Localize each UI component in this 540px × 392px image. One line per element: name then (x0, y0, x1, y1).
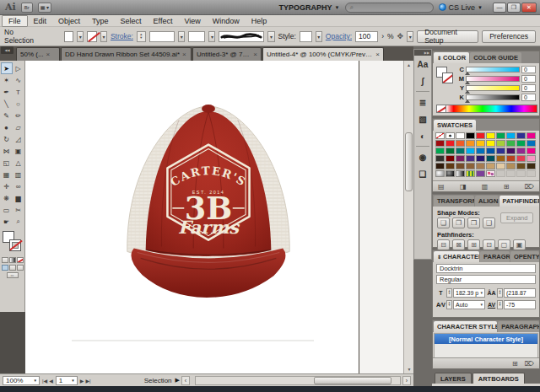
menu-type[interactable]: Type (86, 16, 115, 26)
mesh-tool[interactable]: ▦ (1, 169, 13, 180)
stroke-weight-field[interactable] (149, 31, 176, 42)
screen-mode-button[interactable]: ▭ (7, 272, 19, 278)
gradient-panel-icon[interactable]: ▧ (414, 110, 431, 127)
slider-marker[interactable] (465, 72, 470, 75)
swatch[interactable]: + (446, 132, 455, 139)
swatch[interactable] (496, 140, 505, 147)
chevron-down-icon[interactable]: ▾ (178, 31, 185, 42)
stroke-weight-stepper[interactable]: ▲▼ (137, 31, 146, 42)
ellipse-tool[interactable]: ○ (13, 98, 24, 110)
kerning-stepper[interactable]: ▲▼ (446, 300, 452, 309)
horizontal-scroll-thumb[interactable] (314, 377, 392, 384)
restore-button[interactable]: ❐ (507, 3, 521, 13)
tab-paragr[interactable]: PARAGR (480, 251, 510, 262)
swatch[interactable] (466, 132, 475, 139)
artboard-nav-icon[interactable]: ▶ (79, 378, 85, 384)
font-size-field[interactable]: 182.39 p ▾ (453, 288, 485, 298)
none-mode-button[interactable] (17, 257, 24, 263)
pencil-tool[interactable]: ✏ (13, 110, 24, 121)
swatch[interactable] (446, 170, 455, 177)
swatch[interactable] (516, 140, 526, 147)
swatch[interactable] (476, 163, 485, 169)
swatch[interactable] (456, 163, 465, 169)
artboard-nav-icon[interactable]: ◀ (48, 378, 54, 384)
color-spectrum-bar[interactable] (446, 105, 537, 113)
unite-icon[interactable]: ❏ (437, 217, 450, 228)
c-value-field[interactable]: 0 (521, 66, 536, 73)
swatch[interactable] (526, 155, 536, 162)
swatch[interactable] (486, 148, 495, 154)
swatch[interactable] (526, 170, 536, 177)
swatch[interactable] (466, 170, 475, 177)
menu-file[interactable]: File (2, 15, 28, 27)
free-transform-tool[interactable]: ▣ (13, 145, 24, 157)
swatch[interactable] (496, 155, 505, 162)
swatch[interactable] (496, 148, 505, 154)
tab-close-icon[interactable]: × (46, 51, 51, 58)
direct-selection-tool[interactable]: ▷ (13, 62, 24, 74)
width-tool[interactable]: ⋈ (1, 145, 13, 157)
character-style-item[interactable]: [Normal Character Style] (435, 334, 537, 344)
menu-effect[interactable]: Effect (148, 16, 179, 26)
blob-brush-tool[interactable]: ● (1, 121, 13, 133)
swatch[interactable] (435, 170, 445, 177)
chevron-down-icon[interactable]: ▾ (480, 302, 483, 307)
chevron-down-icon[interactable]: ▾ (267, 31, 274, 42)
slider-marker[interactable] (465, 90, 470, 94)
bridge-button[interactable]: Br (21, 3, 33, 13)
swatch[interactable] (486, 163, 495, 169)
swatch[interactable] (435, 163, 445, 169)
gradient-mode-button[interactable] (9, 257, 16, 263)
swatch[interactable] (526, 140, 536, 147)
document-tab[interactable]: Untitled-4* @ 100% (CMYK/Preview)× (262, 47, 384, 61)
swatch[interactable] (526, 132, 536, 139)
swatch[interactable] (435, 132, 445, 139)
opacity-link[interactable]: Opacity: (326, 32, 352, 40)
tab-artboards[interactable]: ARTBOARDS (472, 373, 525, 384)
slider-marker[interactable] (465, 99, 470, 103)
swatch[interactable] (456, 140, 465, 147)
m-value-field[interactable]: 0 (521, 75, 536, 83)
stroke-swatch[interactable] (9, 239, 21, 251)
swatch[interactable] (466, 140, 475, 147)
swatch[interactable] (456, 148, 465, 154)
swatch[interactable] (435, 155, 445, 162)
stroke-color-swatch[interactable] (87, 31, 97, 42)
font-family-field[interactable]: Docktrin (436, 264, 536, 273)
font-size-stepper[interactable]: ▲▼ (446, 288, 452, 298)
m-slider[interactable] (466, 76, 520, 82)
symbol-sprayer-tool[interactable]: ❋ (1, 192, 13, 204)
menu-window[interactable]: Window (207, 16, 246, 26)
menu-view[interactable]: View (178, 16, 206, 26)
minimize-button[interactable]: — (493, 3, 506, 13)
swatch[interactable] (526, 148, 536, 154)
chevron-down-icon[interactable]: ▾ (100, 31, 107, 42)
fill-stroke-indicator[interactable] (0, 230, 24, 255)
swatch[interactable] (456, 155, 465, 162)
new-style-icon[interactable]: ⊞ (512, 360, 518, 368)
line-segment-tool[interactable]: ╲ (1, 98, 13, 110)
stroke-link[interactable]: Stroke: (111, 32, 133, 40)
delete-style-icon[interactable]: ⌦ (525, 360, 534, 368)
cs-live-menu[interactable]: CS Live ▼ (439, 3, 483, 12)
menu-help[interactable]: Help (246, 16, 273, 26)
horizontal-scrollbar[interactable] (195, 376, 401, 385)
swatch[interactable] (506, 148, 516, 154)
swatch[interactable] (476, 155, 485, 162)
width-profile-dropdown[interactable] (188, 31, 205, 42)
opacity-field[interactable]: 100 (355, 31, 378, 42)
swatch[interactable] (446, 155, 455, 162)
tab-openty[interactable]: OPENTY (510, 251, 539, 262)
swatch[interactable] (446, 140, 455, 147)
zoom-tool[interactable]: ⌕ (13, 216, 24, 228)
vertical-scroll-thumb[interactable] (405, 132, 413, 191)
swatch[interactable] (446, 148, 455, 154)
tab-swatches[interactable]: SWATCHES (434, 120, 476, 131)
leading-stepper[interactable]: ▲▼ (497, 288, 503, 298)
document-setup-button[interactable]: Document Setup (417, 30, 478, 43)
swatch[interactable] (476, 148, 485, 154)
fill-color-swatch[interactable] (64, 31, 74, 42)
tab-character[interactable]: ⇕CHARACTER (434, 251, 479, 262)
rotate-tool[interactable]: ↻ (1, 133, 13, 145)
workspace-switcher[interactable]: TYPOGRAPHY ▼ (279, 3, 340, 12)
